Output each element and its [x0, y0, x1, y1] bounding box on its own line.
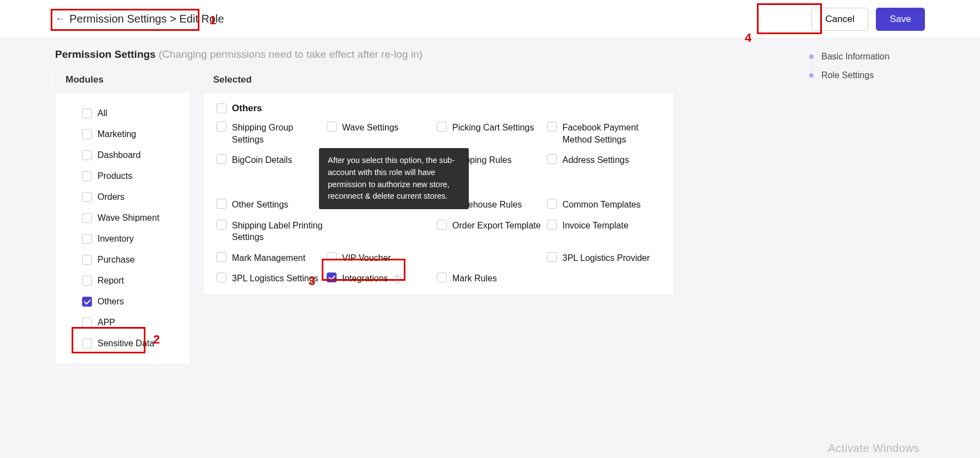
main-content: Modules All Marketing Dashboard Products… [0, 66, 980, 364]
module-label: Sensitive Data [98, 339, 154, 348]
perm-item[interactable]: Facebook Payment Method Settings [547, 122, 655, 145]
perm-item[interactable]: BigCoin Details [216, 154, 324, 190]
breadcrumb-text[interactable]: Permission Settings > Edit Role [69, 13, 224, 25]
perm-item[interactable]: Mark Management [216, 252, 324, 264]
checkbox-icon[interactable] [82, 129, 92, 139]
checkbox-icon[interactable] [216, 272, 226, 282]
nav-label: Basic Information [821, 52, 890, 62]
checkbox-icon[interactable] [327, 252, 337, 262]
checkbox-icon[interactable] [82, 255, 92, 265]
perm-item[interactable]: Mark Rules [437, 272, 545, 285]
module-item-others[interactable]: Others [56, 291, 190, 312]
action-buttons: Cancel Save [811, 8, 925, 31]
checkbox-icon[interactable] [82, 339, 92, 348]
perm-item[interactable]: Shipping Label Printing Settings [216, 220, 324, 243]
perm-item[interactable]: Other Settings [216, 199, 324, 211]
perm-item[interactable]: Wave Settings [327, 122, 435, 145]
perm-label: Shipping Group Settings [232, 122, 324, 145]
checkbox-icon[interactable] [547, 252, 557, 262]
checkbox-icon[interactable] [327, 122, 337, 132]
perm-label: Other Settings [232, 199, 288, 211]
checkbox-icon[interactable] [82, 171, 92, 181]
right-nav: Basic Information Role Settings [809, 47, 919, 85]
module-label: Products [98, 171, 132, 181]
perm-label-text: Integrations [342, 274, 388, 283]
module-item-app[interactable]: APP [56, 312, 190, 333]
module-label: APP [98, 318, 115, 328]
checkbox-icon[interactable] [547, 122, 557, 132]
module-label: All [98, 108, 107, 118]
section-title: Permission Settings [55, 48, 156, 60]
dot-icon [809, 54, 814, 59]
selected-header: Selected [203, 67, 674, 93]
nav-basic-information[interactable]: Basic Information [809, 47, 919, 66]
checkbox-icon[interactable] [216, 154, 226, 164]
checkbox-icon[interactable] [82, 276, 92, 286]
help-icon[interactable]: ? [393, 275, 401, 283]
perm-item[interactable]: Picking Cart Settings [437, 122, 545, 145]
breadcrumb: ← Permission Settings > Edit Role [55, 13, 224, 25]
module-item-dashboard[interactable]: Dashboard [56, 145, 190, 166]
checkbox-icon[interactable] [437, 122, 447, 132]
checkbox-icon[interactable] [216, 199, 226, 209]
checkbox-icon[interactable] [547, 199, 557, 209]
module-item-inventory[interactable]: Inventory [56, 228, 190, 249]
perm-item[interactable]: Invoice Template [547, 220, 655, 243]
checkbox-icon[interactable] [82, 150, 92, 160]
modules-header: Modules [56, 67, 190, 93]
module-label: Dashboard [98, 150, 140, 160]
checkbox-icon[interactable] [216, 122, 226, 132]
checkbox-icon[interactable] [82, 297, 92, 307]
checkbox-icon[interactable] [216, 252, 226, 262]
module-item-purchase[interactable]: Purchase [56, 249, 190, 270]
section-note: (Changing permissions need to take effec… [159, 48, 423, 60]
nav-connector-line [811, 59, 812, 72]
annotation-label-2: 2 [153, 332, 160, 347]
perm-item[interactable]: Common Templates [547, 199, 655, 211]
perm-label: Facebook Payment Method Settings [562, 122, 655, 145]
module-label: Marketing [98, 129, 136, 139]
dot-icon [809, 73, 814, 78]
back-arrow-icon[interactable]: ← [55, 13, 65, 25]
checkbox-icon[interactable] [547, 154, 557, 164]
group-title: Others [232, 103, 262, 114]
module-item-report[interactable]: Report [56, 270, 190, 291]
module-item-wave-shipment[interactable]: Wave Shipment [56, 208, 190, 228]
checkbox-icon[interactable] [547, 220, 557, 230]
perm-label: Invoice Template [562, 220, 629, 232]
checkbox-icon[interactable] [82, 108, 92, 118]
perm-label: BigCoin Details [232, 154, 292, 166]
perm-label: Mark Management [232, 252, 305, 264]
module-item-sensitive-data[interactable]: Sensitive Data [56, 333, 190, 354]
checkbox-icon[interactable] [327, 272, 337, 282]
checkbox-icon[interactable] [216, 220, 226, 230]
perm-item[interactable]: Order Export Template [437, 220, 545, 243]
perm-item[interactable]: 3PL Logistics Provider [547, 252, 655, 264]
group-title-row[interactable]: Others [216, 103, 660, 114]
module-item-marketing[interactable]: Marketing [56, 124, 190, 145]
module-item-products[interactable]: Products [56, 166, 190, 187]
module-item-all[interactable]: All [56, 103, 190, 124]
checkbox-icon[interactable] [216, 103, 226, 113]
perm-item[interactable]: Address Settings [547, 154, 655, 190]
perm-label: Shipping Label Printing Settings [232, 220, 324, 243]
integrations-tooltip: After you select this option, the sub-ac… [319, 148, 469, 209]
perm-item[interactable]: Shipping Group Settings [216, 122, 324, 145]
checkbox-icon[interactable] [82, 213, 92, 223]
perm-item[interactable]: VIP Voucher [327, 252, 435, 264]
checkbox-icon[interactable] [82, 234, 92, 244]
nav-role-settings[interactable]: Role Settings [809, 66, 919, 85]
annotation-label-4: 4 [745, 31, 751, 45]
module-label: Others [98, 297, 124, 307]
perm-item-integrations[interactable]: Integrations ? [327, 272, 435, 285]
checkbox-icon[interactable] [437, 272, 447, 282]
checkbox-icon[interactable] [437, 220, 447, 230]
perm-label: Common Templates [562, 199, 641, 211]
module-item-orders[interactable]: Orders [56, 187, 190, 208]
save-button[interactable]: Save [876, 8, 925, 31]
cancel-button[interactable]: Cancel [811, 8, 868, 31]
checkbox-icon[interactable] [82, 318, 92, 328]
checkbox-icon[interactable] [82, 192, 92, 202]
module-label: Wave Shipment [98, 213, 159, 223]
perm-label: Address Settings [562, 154, 629, 166]
